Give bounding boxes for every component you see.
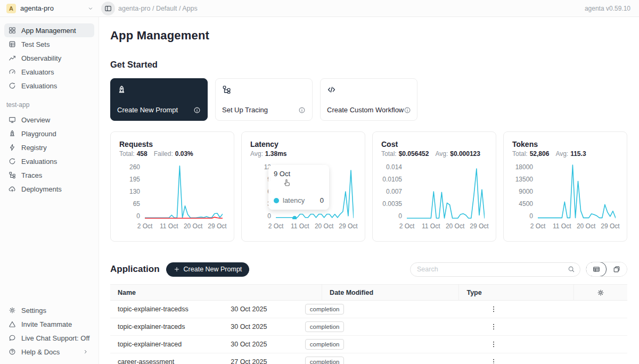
panel-icon [104, 5, 112, 12]
sidebar-item-label: Help & Docs [21, 348, 60, 356]
latency-chart-card: Latency Avg:1.38ms 036912 9 Oct latency … [241, 131, 365, 242]
sidebar-item-playground[interactable]: Playground [4, 127, 94, 140]
sidebar-item-test-sets[interactable]: Test Sets [4, 37, 94, 51]
sidebar-item-label: Settings [21, 307, 46, 315]
table-settings-gear-icon[interactable] [574, 289, 627, 296]
invite-icon [9, 320, 16, 328]
sidebar-item-evaluations[interactable]: Evaluations [4, 154, 94, 168]
app-version: agenta v0.59.10 [585, 5, 639, 12]
sidebar-item-overview[interactable]: Overview [4, 113, 94, 127]
row-menu-button[interactable] [361, 323, 627, 330]
sidebar-item-label: Overview [21, 116, 50, 124]
sidebar-item-traces[interactable]: Traces [4, 168, 94, 182]
sidebar-item-label: Registry [21, 144, 47, 152]
application-title: Application [110, 264, 160, 275]
row-menu-button[interactable] [361, 358, 627, 364]
column-header-date-modified[interactable]: Date Modified [322, 285, 459, 300]
app-name-cell: topic-explainer-tracedss [110, 305, 223, 313]
row-menu-button[interactable] [361, 305, 627, 313]
chart-plot[interactable] [145, 164, 223, 219]
chart-title: Tokens [512, 140, 618, 148]
requests-chart-card: Requests Total:458Failed:0.03% 065130195… [110, 131, 234, 242]
create-custom-workflow-card[interactable]: Create Custom Workflow [320, 78, 417, 121]
cursor-hand-icon [282, 178, 291, 187]
search-input[interactable] [410, 262, 580, 277]
help-icon [9, 348, 16, 355]
app-name-cell: career-assessment [110, 358, 223, 364]
cycle-icon [9, 158, 16, 165]
rocket-icon [117, 85, 201, 94]
workspace-selector[interactable]: A agenta-pro [0, 4, 99, 13]
x-axis: 2 Oct11 Oct20 Oct29 Oct [538, 219, 616, 229]
sidebar-section-label: test-app [6, 101, 92, 109]
sidebar-item-invite-teammate[interactable]: Invite Teammate [4, 317, 94, 331]
sidebar-item-label: Test Sets [21, 40, 50, 48]
chart-plot[interactable] [407, 164, 485, 219]
y-axis: 00.00350.0070.01050.014 [381, 164, 407, 219]
tokens-chart-card: Tokens Total:52,806Avg:115.3 04500900013… [503, 131, 627, 242]
gauge-icon [9, 68, 16, 76]
y-axis: 0450090001350018000 [512, 164, 538, 219]
y-axis: 065130195260 [119, 164, 145, 219]
chevron-right-icon [83, 349, 90, 355]
table-row[interactable]: topic-explainer-traceds 30 Oct 2025 comp… [110, 318, 627, 336]
info-icon[interactable] [404, 106, 411, 114]
applications-table: NameDate ModifiedType topic-explainer-tr… [110, 284, 627, 364]
tooltip-date: 9 Oct [274, 170, 324, 178]
sidebar-item-settings[interactable]: Settings [4, 303, 94, 317]
column-header-name[interactable]: Name [110, 285, 322, 300]
info-icon[interactable] [193, 106, 201, 114]
workspace-avatar: A [6, 4, 16, 13]
cycle-icon [9, 82, 16, 89]
date-modified-cell: 30 Oct 2025 [223, 341, 298, 348]
card-view-button[interactable] [606, 262, 627, 276]
sidebar-item-help-docs[interactable]: Help & Docs [4, 345, 94, 359]
sidebar-item-label: Playground [21, 130, 56, 138]
card-label: Set Up Tracing [222, 106, 268, 114]
create-new-prompt-button[interactable]: Create New Prompt [166, 262, 250, 277]
card-label: Create Custom Workflow [327, 106, 404, 114]
column-header-type[interactable]: Type [459, 285, 574, 300]
code-icon [327, 85, 411, 94]
info-icon[interactable] [298, 106, 306, 114]
table-view-icon [593, 266, 600, 273]
workspace-name: agenta-pro [20, 4, 87, 12]
table-row[interactable]: topic-explainer-traced 30 Oct 2025 compl… [110, 336, 627, 353]
card-label: Create New Prompt [117, 106, 178, 114]
cost-chart-card: Cost Total:$0.056452Avg:$0.000123 00.003… [372, 131, 496, 242]
row-menu-button[interactable] [361, 341, 627, 348]
plus-icon [174, 266, 180, 272]
chart-plot[interactable] [538, 164, 616, 219]
sidebar-item-evaluators[interactable]: Evaluators [4, 65, 94, 79]
card-view-icon [613, 266, 620, 273]
type-badge: completion [305, 339, 345, 350]
date-modified-cell: 30 Oct 2025 [223, 305, 298, 313]
gear-icon [9, 307, 16, 314]
bolt-icon [9, 144, 16, 151]
table-row[interactable]: topic-explainer-tracedss 30 Oct 2025 com… [110, 301, 627, 318]
create-new-prompt-card[interactable]: Create New Prompt [110, 78, 208, 121]
x-axis: 2 Oct11 Oct20 Oct29 Oct [145, 219, 223, 229]
get-started-title: Get Started [110, 60, 627, 70]
sidebar-item-evaluations[interactable]: Evaluations [4, 79, 94, 93]
tooltip-series-name: latency [283, 196, 316, 204]
sidebar: App Management Test Sets Observability E… [0, 17, 99, 364]
app-name-cell: topic-explainer-traceds [110, 323, 223, 330]
sidebar-toggle-button[interactable] [101, 2, 115, 15]
set-up-tracing-card[interactable]: Set Up Tracing [215, 78, 313, 121]
table-row[interactable]: career-assessment 27 Oct 2025 completion [110, 353, 627, 364]
sidebar-item-label: Traces [21, 171, 42, 179]
search-icon [568, 266, 575, 273]
testsets-icon [9, 40, 16, 48]
chart-stats: Avg:1.38ms [250, 150, 356, 158]
page-title: App Management [110, 29, 627, 43]
sidebar-item-app-management[interactable]: App Management [4, 23, 94, 37]
sidebar-item-observability[interactable]: Observability [4, 51, 94, 65]
view-toggle [586, 262, 627, 277]
sidebar-item-live-chat-support-off[interactable]: Live Chat Support: Off [4, 331, 94, 345]
sidebar-item-registry[interactable]: Registry [4, 140, 94, 154]
sidebar-item-deployments[interactable]: Deployments [4, 182, 94, 196]
top-bar: A agenta-pro agenta-pro / Default / Apps… [0, 0, 639, 17]
table-view-button[interactable] [586, 262, 607, 277]
sidebar-item-label: Evaluations [21, 82, 57, 90]
